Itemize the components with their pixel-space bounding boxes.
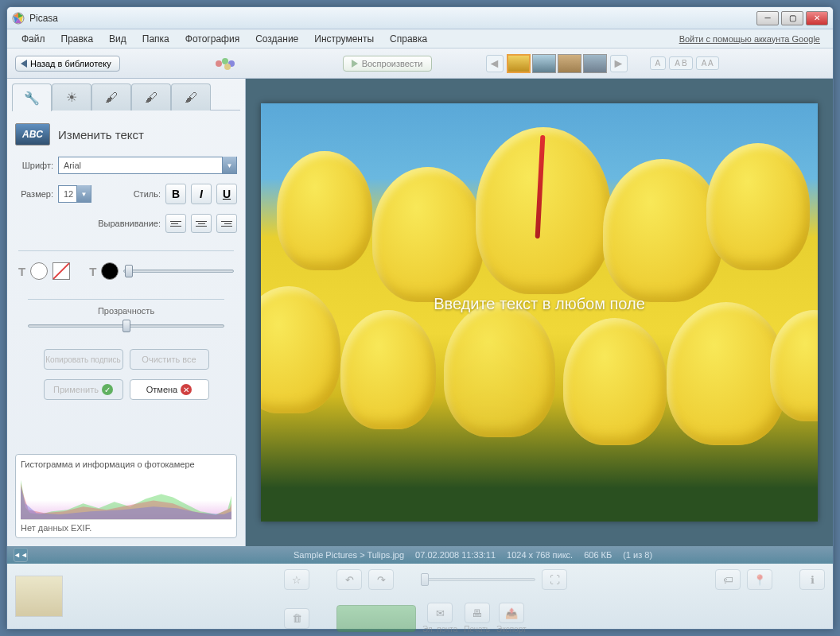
size-value: 12 (64, 189, 73, 199)
star-button[interactable]: ☆ (284, 569, 309, 590)
thumbnail-3[interactable] (558, 54, 581, 73)
thumbnail-nav: ◄ ► (486, 54, 628, 73)
menu-tools[interactable]: Инструменты (306, 31, 382, 47)
email-group: ✉ Эл. почта (422, 603, 457, 634)
text-placeholder[interactable]: Введите текст в любом поле (434, 295, 645, 313)
menu-file[interactable]: Файл (14, 31, 53, 47)
info-button[interactable]: ℹ (799, 569, 825, 590)
align-center-button[interactable] (191, 214, 212, 233)
svg-point-1 (216, 60, 222, 67)
play-slideshow-button[interactable]: Воспроизвести (343, 56, 432, 72)
action-row-2: Применить ✓ Отмена ✕ (15, 379, 237, 400)
picasa-logo-icon (12, 12, 25, 25)
menu-view[interactable]: Вид (101, 31, 134, 47)
print-group: 🖶 Печать (464, 603, 490, 634)
compare-buttons: A A B A A (650, 56, 719, 70)
share-button[interactable] (336, 605, 416, 632)
align-left-button[interactable] (165, 214, 186, 233)
photo-canvas[interactable]: Введите текст в любом поле (246, 79, 833, 546)
dropdown-arrow-icon: ▼ (76, 185, 91, 203)
maximize-button[interactable]: ▢ (781, 11, 803, 25)
bold-button[interactable]: B (165, 184, 186, 204)
rotate-right-button[interactable]: ↷ (368, 569, 394, 590)
tab-effects-2[interactable]: 🖌 (131, 83, 171, 111)
minimize-button[interactable]: ─ (756, 11, 779, 25)
outline-width-slider[interactable] (123, 264, 234, 278)
window-controls: ─ ▢ ✕ (756, 11, 828, 25)
export-button[interactable]: 📤 (499, 603, 524, 623)
cancel-icon: ✕ (181, 384, 192, 395)
back-label: Назад в библиотеку (30, 59, 111, 68)
tray-thumbnail[interactable] (15, 576, 63, 617)
fill-color-label: T (18, 265, 25, 278)
color-palette-icon[interactable] (214, 56, 241, 71)
no-fill-button[interactable] (52, 262, 70, 280)
exif-info: Нет данных EXIF. (21, 523, 231, 533)
delete-button[interactable]: 🗑 (284, 608, 309, 629)
menu-photo[interactable]: Фотография (177, 31, 247, 47)
tab-effects-1[interactable]: 🖌 (91, 83, 131, 111)
window-title: Picasa (29, 13, 756, 24)
copy-caption-button[interactable]: Копировать подпись (44, 349, 123, 370)
photo-image: Введите текст в любом поле (261, 103, 818, 522)
menu-folder[interactable]: Папка (134, 31, 177, 47)
main-area: 🔧 ☀ 🖌 🖌 🖌 ABC Изменить текст Шрифт: Aria… (7, 79, 833, 546)
transparency-section: Прозрачность (28, 299, 224, 333)
tab-basic-fixes[interactable]: 🔧 (12, 83, 52, 111)
align-row: Выравнивание: (15, 214, 237, 233)
size-dropdown[interactable]: 12 ▼ (58, 185, 91, 203)
geo-button[interactable]: 📍 (747, 569, 772, 590)
status-count: (1 из 8) (623, 550, 652, 560)
next-image-button[interactable]: ► (610, 55, 628, 72)
cancel-button[interactable]: Отмена ✕ (130, 379, 209, 400)
menu-help[interactable]: Справка (382, 31, 435, 47)
fit-button[interactable]: ⛶ (542, 569, 567, 590)
tag-button[interactable]: 🏷 (715, 569, 741, 590)
transparency-slider[interactable] (28, 319, 224, 333)
svg-point-2 (222, 58, 228, 64)
compare-a-button[interactable]: A (650, 56, 667, 70)
menubar: Файл Правка Вид Папка Фотография Создани… (7, 29, 833, 48)
section-title: Изменить текст (58, 128, 144, 142)
rotate-left-button[interactable]: ↶ (336, 569, 362, 590)
section-header: ABC Изменить текст (15, 123, 237, 145)
outline-color-picker[interactable] (101, 262, 119, 280)
email-button[interactable]: ✉ (427, 603, 453, 623)
print-button[interactable]: 🖶 (465, 603, 490, 623)
prev-image-button[interactable]: ◄ (486, 55, 504, 72)
histogram-graph (21, 472, 231, 520)
tab-tuning[interactable]: ☀ (52, 83, 91, 111)
thumbnail-2[interactable] (532, 54, 556, 73)
outline-color-label: T (89, 265, 96, 278)
underline-button[interactable]: U (216, 184, 237, 204)
compare-aa-button[interactable]: A A (696, 56, 719, 70)
fill-color-picker[interactable] (30, 262, 48, 280)
italic-button[interactable]: I (191, 184, 212, 204)
close-button[interactable]: ✕ (806, 11, 828, 25)
collapse-tray-button[interactable]: ◄◄ (14, 548, 28, 562)
font-label: Шрифт: (15, 161, 53, 170)
status-filesize: 606 КБ (584, 550, 612, 560)
back-arrow-icon (21, 60, 27, 68)
play-label: Воспроизвести (362, 59, 423, 68)
signin-link[interactable]: Войти с помощью аккаунта Google (679, 34, 826, 44)
tab-effects-3[interactable]: 🖌 (171, 83, 211, 111)
clear-all-button[interactable]: Очистить все (130, 349, 209, 370)
thumbnail-4[interactable] (583, 54, 607, 73)
thumbnail-1[interactable] (507, 54, 531, 73)
edit-tabs: 🔧 ☀ 🖌 🖌 🖌 (12, 83, 240, 111)
zoom-slider[interactable] (421, 572, 535, 587)
action-row-1: Копировать подпись Очистить все (15, 349, 237, 370)
font-value: Arial (64, 161, 81, 170)
size-label: Размер: (15, 189, 53, 199)
align-right-button[interactable] (216, 214, 237, 233)
svg-point-4 (224, 64, 231, 70)
back-to-library-button[interactable]: Назад в библиотеку (15, 56, 120, 72)
bottom-toolbar: ☆ ↶ ↷ ⛶ 🏷 📍 ℹ 🗑 ✉ Эл. почта 🖶 Печать (7, 564, 833, 629)
apply-button[interactable]: Применить ✓ (44, 379, 123, 400)
font-dropdown[interactable]: Arial ▼ (58, 157, 237, 174)
top-toolbar: Назад в библиотеку Воспроизвести ◄ ► A A… (7, 48, 833, 79)
compare-ab-button[interactable]: A B (669, 56, 693, 70)
menu-create[interactable]: Создание (247, 31, 306, 47)
menu-edit[interactable]: Правка (53, 31, 102, 47)
